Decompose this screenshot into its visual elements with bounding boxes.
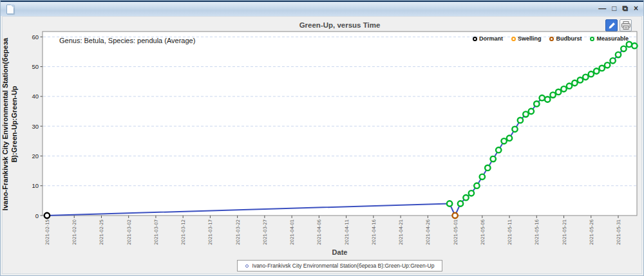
svg-text:50: 50	[32, 63, 39, 70]
window-controls: — □ ⧉ ×	[598, 3, 638, 14]
svg-text:2021-02-25: 2021-02-25	[99, 219, 104, 245]
svg-text:2021-05-26: 2021-05-26	[589, 219, 594, 244]
chart-plot: 01020304050602021-02-152021-02-202021-02…	[3, 17, 644, 276]
chart-annotation: Genus: Betula, Species: pendula (Average…	[59, 37, 195, 44]
stage-label: Budburst	[556, 35, 582, 42]
svg-text:10: 10	[32, 182, 39, 189]
svg-text:2021-03-22: 2021-03-22	[235, 219, 241, 245]
svg-text:2021-05-21: 2021-05-21	[562, 219, 567, 245]
stage-label: Dormant	[479, 35, 503, 42]
x-axis-label: Date	[43, 248, 637, 256]
app-window: — □ ⧉ × Green-Up, versus Time 0102030405…	[0, 0, 644, 276]
stage-label: Measurable	[596, 35, 629, 42]
svg-text:2021-05-01: 2021-05-01	[453, 219, 459, 245]
stage-legend-item-swelling: Swelling	[511, 35, 542, 42]
svg-text:2021-04-06: 2021-04-06	[316, 219, 322, 244]
svg-text:30: 30	[32, 123, 39, 130]
y-axis-label: Ivano-Frankivsk City Environmental Stati…	[1, 30, 21, 218]
svg-text:2021-03-27: 2021-03-27	[262, 219, 268, 245]
stage-legend-item-budburst: Budburst	[549, 35, 582, 42]
stage-legend-item-dormant: Dormant	[473, 35, 503, 42]
svg-text:2021-03-02: 2021-03-02	[126, 219, 132, 245]
svg-text:20: 20	[32, 152, 39, 160]
float-button[interactable]: ⧉	[622, 3, 628, 14]
svg-text:2021-04-26: 2021-04-26	[425, 219, 431, 244]
svg-text:2021-03-17: 2021-03-17	[207, 219, 213, 245]
series-marker-icon	[245, 264, 249, 268]
stage-label: Swelling	[518, 35, 542, 42]
svg-text:2021-04-21: 2021-04-21	[398, 219, 404, 245]
series-legend-label: Ivano-Frankivsk City Environmental Stati…	[252, 262, 435, 269]
stage-legend: DormantSwellingBudburstMeasurable	[473, 35, 629, 42]
svg-text:2021-03-12: 2021-03-12	[180, 219, 186, 245]
document-icon	[6, 5, 14, 14]
svg-text:2021-02-20: 2021-02-20	[71, 219, 77, 244]
svg-text:40: 40	[32, 93, 39, 100]
svg-text:2021-03-07: 2021-03-07	[153, 219, 159, 245]
stage-marker-icon	[511, 37, 516, 41]
title-bar: — □ ⧉ ×	[1, 1, 643, 16]
svg-text:2021-04-11: 2021-04-11	[344, 219, 350, 245]
svg-text:2021-05-11: 2021-05-11	[507, 219, 513, 245]
series-legend-item[interactable]: Ivano-Frankivsk City Environmental Stati…	[237, 260, 443, 271]
close-button[interactable]: ×	[634, 3, 638, 14]
stage-marker-icon	[549, 37, 554, 41]
svg-text:60: 60	[32, 33, 39, 41]
stage-marker-icon	[590, 37, 594, 41]
svg-text:2021-04-01: 2021-04-01	[289, 219, 295, 245]
svg-text:2021-05-06: 2021-05-06	[480, 219, 486, 244]
stage-marker-icon	[473, 37, 477, 41]
series-legend-wrap: Ivano-Frankivsk City Environmental Stati…	[43, 260, 637, 271]
svg-text:0: 0	[35, 212, 39, 219]
minimize-button[interactable]: —	[598, 3, 606, 14]
stage-legend-item-measurable: Measurable	[590, 35, 629, 42]
chart-panel: Green-Up, versus Time 01020304050602021-…	[2, 16, 642, 274]
svg-text:2021-04-16: 2021-04-16	[371, 219, 377, 244]
maximize-button[interactable]: □	[612, 3, 616, 14]
svg-text:2021-02-15: 2021-02-15	[44, 219, 50, 245]
svg-text:2021-05-31: 2021-05-31	[616, 219, 621, 245]
svg-text:2021-05-16: 2021-05-16	[534, 219, 540, 244]
